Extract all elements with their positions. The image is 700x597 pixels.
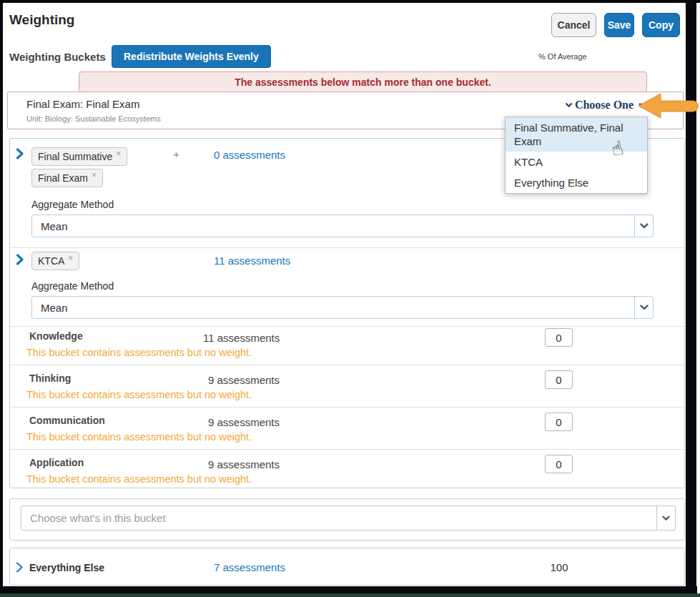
aggregate-method-select[interactable]: Mean — [31, 214, 654, 237]
bucket-name: Everything Else — [29, 562, 104, 573]
tag-ktca: KTCA × — [31, 252, 79, 270]
sub-bucket-count: 9 assessments — [208, 458, 280, 470]
weight-input[interactable] — [545, 370, 573, 389]
weight-input[interactable] — [545, 455, 573, 473]
multi-bucket-alert: The assessments below match more than on… — [79, 71, 647, 92]
expand-bucket-chevron-icon[interactable] — [16, 254, 24, 265]
no-weight-warning: This bucket contains assessments but no … — [26, 347, 252, 358]
choose-one-dropdown-toggle[interactable]: Choose One ▼ — [565, 99, 645, 112]
sub-bucket-count: 11 assessments — [203, 332, 280, 344]
menu-item-ktca[interactable]: KTCA — [506, 152, 647, 172]
divider — [10, 407, 686, 408]
cancel-button[interactable]: Cancel — [551, 13, 596, 37]
sub-bucket-name: Thinking — [29, 372, 71, 384]
sub-bucket-name: Knowledge — [29, 330, 83, 342]
new-bucket-container — [9, 498, 685, 541]
weighting-page: Weighting Cancel Save Copy Weighting Buc… — [0, 0, 700, 597]
select-chevron-button[interactable] — [634, 215, 653, 237]
annotation-arrow-icon — [637, 91, 700, 121]
frame-border — [0, 593, 700, 597]
remove-tag-icon[interactable]: × — [92, 170, 97, 180]
sub-bucket-name: Communication — [29, 415, 105, 426]
assessment-title: Final Exam: Final Exam — [26, 98, 139, 110]
chevron-down-icon — [565, 102, 573, 108]
frame-border — [0, 0, 700, 3]
chevron-down-icon — [640, 223, 649, 229]
menu-item-everything-else[interactable]: Everything Else — [506, 172, 647, 193]
bucket-contents-input[interactable] — [21, 512, 656, 524]
aggregate-method-label: Aggregate Method — [31, 280, 114, 292]
chevron-down-icon — [640, 305, 649, 310]
copy-button[interactable]: Copy — [642, 13, 680, 37]
assessment-unit: Unit: Biology: Sustainable Ecosystems — [26, 114, 161, 123]
divider — [10, 326, 686, 327]
save-button[interactable]: Save — [604, 13, 634, 37]
weight-input[interactable] — [545, 413, 573, 431]
select-value: Mean — [32, 302, 634, 314]
add-tag-button[interactable]: + — [173, 148, 179, 160]
tag-label: Final Summative — [38, 151, 112, 162]
sub-bucket-count: 9 assessments — [208, 374, 280, 386]
sub-bucket-name: Application — [29, 457, 84, 468]
tag-final-summative: Final Summative × — [31, 147, 127, 166]
no-weight-warning: This bucket contains assessments but no … — [26, 473, 252, 485]
select-chevron-button[interactable] — [634, 297, 653, 318]
assessments-link[interactable]: 0 assessments — [214, 149, 285, 161]
aggregate-method-select[interactable]: Mean — [31, 296, 654, 319]
expand-bucket-chevron-icon[interactable] — [16, 562, 24, 573]
aggregate-method-label: Aggregate Method — [31, 199, 114, 210]
frame-border — [686, 0, 696, 593]
page-title: Weighting — [9, 12, 74, 28]
percent-of-average-label: % Of Average — [538, 52, 587, 61]
no-weight-warning: This bucket contains assessments but no … — [26, 389, 252, 400]
bucket-weight-value: 100 — [545, 561, 573, 573]
redistribute-weights-button[interactable]: Redistribute Weights Evenly — [112, 45, 271, 68]
remove-tag-icon[interactable]: × — [68, 253, 73, 263]
remove-tag-icon[interactable]: × — [116, 149, 121, 159]
choose-one-label: Choose One — [575, 99, 634, 112]
tag-label: Final Exam — [38, 172, 88, 184]
select-chevron-button[interactable] — [656, 506, 675, 530]
assessments-link[interactable]: 11 assessments — [214, 255, 290, 267]
divider — [10, 365, 686, 365]
weighting-buckets-heading: Weighting Buckets — [9, 51, 106, 63]
tag-final-exam: Final Exam × — [31, 169, 103, 187]
select-value: Mean — [32, 220, 634, 232]
tag-label: KTCA — [38, 255, 64, 267]
divider — [10, 449, 686, 450]
bucket-contents-combobox[interactable] — [21, 505, 676, 531]
sub-bucket-count: 9 assessments — [208, 416, 280, 428]
bucket-choice-menu: Final Summative, Final Exam KTCA Everyth… — [505, 117, 648, 194]
chevron-down-icon — [662, 515, 670, 521]
divider — [10, 247, 686, 248]
expand-bucket-chevron-icon[interactable] — [16, 148, 24, 159]
menu-item-final-summative[interactable]: Final Summative, Final Exam — [506, 117, 647, 152]
no-weight-warning: This bucket contains assessments but no … — [26, 431, 252, 443]
assessments-link[interactable]: 7 assessments — [214, 561, 285, 573]
everything-else-row: Everything Else 7 assessments 100 — [9, 548, 685, 586]
frame-border — [0, 0, 3, 594]
weight-input[interactable] — [545, 328, 573, 347]
